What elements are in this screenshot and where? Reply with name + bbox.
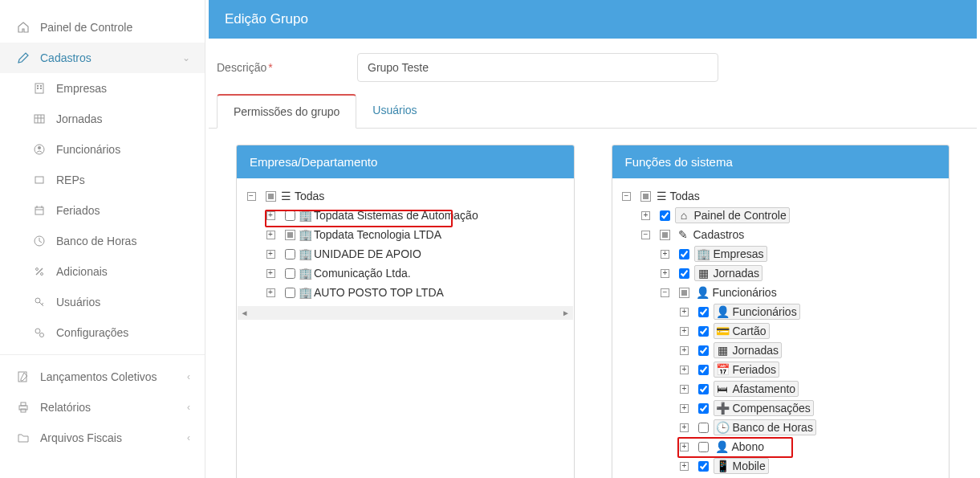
tree-subitem[interactable]: +📅Feriados [617, 360, 945, 379]
collapse-icon[interactable]: − [622, 192, 631, 201]
descricao-input[interactable] [357, 53, 718, 82]
expand-icon[interactable]: + [266, 250, 275, 259]
tree-item-jornadas[interactable]: +▦Jornadas [617, 264, 945, 283]
chevron-left-icon: ‹ [187, 432, 190, 443]
checkbox-indeterminate[interactable] [660, 230, 670, 240]
tree-subitem[interactable]: +👤Funcionários [617, 302, 945, 321]
clock-icon: 🕒 [717, 421, 729, 434]
sidebar-item-relatorios[interactable]: Relatórios‹ [0, 392, 205, 423]
tree-subitem[interactable]: +💳Cartão [617, 321, 945, 341]
sidebar-item-banco-horas[interactable]: Banco de Horas [0, 226, 205, 256]
expand-icon[interactable]: + [266, 288, 275, 297]
expand-icon[interactable]: + [680, 346, 689, 355]
checkbox-indeterminate[interactable] [285, 230, 295, 240]
sidebar-item-funcionarios[interactable]: Funcionários [0, 134, 205, 165]
sidebar-item-jornadas[interactable]: Jornadas [0, 104, 205, 134]
expand-icon[interactable]: + [266, 211, 275, 220]
tree-subitem[interactable]: +▦Jornadas [617, 341, 945, 360]
sidebar-item-usuarios[interactable]: Usuários [0, 287, 205, 317]
sidebar-item-lancamentos[interactable]: Lançamentos Coletivos‹ [0, 362, 205, 392]
expand-icon[interactable]: + [680, 327, 689, 336]
mobile-icon: 📱 [717, 460, 729, 472]
tree-empresas: −☰Todas +🏢Topdata Sistemas de Automação … [242, 186, 569, 302]
divider [0, 354, 205, 355]
checkbox[interactable] [679, 249, 689, 259]
user-circle-icon: 👤 [717, 305, 729, 318]
sidebar-item-arquivos[interactable]: Arquivos Fiscais‹ [0, 423, 205, 453]
expand-icon[interactable]: + [680, 443, 689, 451]
expand-icon[interactable]: + [680, 423, 689, 432]
card-icon: 💳 [717, 325, 729, 337]
expand-icon[interactable]: + [680, 308, 689, 317]
tree-subitem[interactable]: +➕Compensações [617, 398, 945, 418]
checkbox[interactable] [285, 210, 295, 221]
tree-subitem-mobile[interactable]: +📱Mobile [617, 456, 945, 476]
key-icon [32, 295, 47, 309]
tree-item[interactable]: +🏢Topdata Tecnologia LTDA [242, 225, 569, 244]
collapse-icon[interactable]: − [661, 288, 669, 297]
main-content: Edição Grupo Descrição* Permissões do gr… [205, 0, 980, 478]
tree-subitem[interactable]: +🕒Banco de Horas [617, 418, 945, 437]
expand-icon[interactable]: + [680, 385, 689, 394]
checkbox-indeterminate[interactable] [679, 288, 689, 298]
expand-icon[interactable]: + [266, 231, 275, 239]
tree-item[interactable]: +🏢Comunicação Ltda. [242, 264, 569, 283]
expand-icon[interactable]: + [266, 269, 275, 278]
sidebar-item-empresas[interactable]: Empresas [0, 73, 205, 104]
tree-root[interactable]: −☰Todas [617, 186, 945, 206]
expand-icon[interactable]: + [680, 366, 689, 374]
sidebar-item-cadastros[interactable]: Cadastros ⌄ [0, 43, 205, 73]
checkbox[interactable] [698, 384, 709, 394]
checkbox[interactable] [698, 461, 709, 472]
tree-item[interactable]: +🏢Topdata Sistemas de Automação [242, 206, 569, 225]
sidebar-label: REPs [56, 174, 85, 186]
checkbox[interactable] [285, 249, 295, 259]
sidebar-item-configuracoes[interactable]: Configurações [0, 317, 205, 348]
svg-point-10 [38, 146, 41, 149]
sidebar-label: Adicionais [56, 265, 108, 278]
checkbox-indeterminate[interactable] [266, 191, 276, 202]
tree-subitem[interactable]: +🛏Afastamento [617, 379, 945, 398]
checkbox[interactable] [698, 423, 709, 433]
scroll-left-icon[interactable]: ◄ [238, 306, 251, 320]
sidebar-item-feriados[interactable]: Feriados [0, 195, 205, 226]
tree-item-empresas[interactable]: +🏢Empresas [617, 244, 945, 264]
checkbox[interactable] [285, 288, 295, 298]
checkbox[interactable] [698, 307, 709, 317]
tree-item[interactable]: +🏢AUTO POSTO TOP LTDA [242, 283, 569, 302]
tab-usuarios[interactable]: Usuários [356, 94, 433, 129]
expand-icon[interactable]: + [661, 269, 669, 278]
building-icon: 🏢 [299, 267, 311, 280]
checkbox[interactable] [698, 365, 709, 375]
checkbox[interactable] [698, 403, 709, 414]
tree-subitem[interactable]: +👤Abono [617, 437, 945, 456]
tree-item-painel[interactable]: +⌂Painel de Controle [617, 206, 945, 225]
checkbox[interactable] [698, 345, 709, 356]
checkbox[interactable] [698, 326, 709, 337]
expand-icon[interactable]: + [661, 250, 669, 259]
collapse-icon[interactable]: − [641, 231, 650, 239]
expand-icon[interactable]: + [680, 462, 689, 471]
sidebar-item-painel[interactable]: Painel de Controle [0, 12, 205, 43]
expand-icon[interactable]: + [641, 211, 650, 220]
sidebar-label: Painel de Controle [40, 21, 132, 34]
checkbox-indeterminate[interactable] [640, 191, 651, 202]
horizontal-scrollbar[interactable]: ◄► [238, 306, 573, 320]
tab-permissoes[interactable]: Permissões do grupo [217, 94, 356, 129]
building-icon [32, 81, 47, 96]
pencil-icon [16, 51, 30, 65]
checkbox[interactable] [698, 442, 709, 452]
checkbox[interactable] [660, 210, 670, 221]
checkbox[interactable] [679, 268, 689, 279]
tree-item[interactable]: +🏢UNIDADE DE APOIO [242, 244, 569, 264]
expand-icon[interactable]: + [680, 404, 689, 413]
collapse-icon[interactable]: − [247, 192, 256, 201]
sidebar-item-adicionais[interactable]: Adicionais [0, 256, 205, 287]
tree-root[interactable]: −☰Todas [242, 186, 569, 206]
scroll-right-icon[interactable]: ► [559, 306, 573, 320]
checkbox[interactable] [285, 268, 295, 279]
tree-item-cadastros[interactable]: −✎Cadastros [617, 225, 945, 244]
bed-icon: 🛏 [717, 382, 729, 395]
tree-item-funcionarios[interactable]: −👤Funcionários [617, 283, 945, 302]
sidebar-item-reps[interactable]: REPs [0, 165, 205, 195]
